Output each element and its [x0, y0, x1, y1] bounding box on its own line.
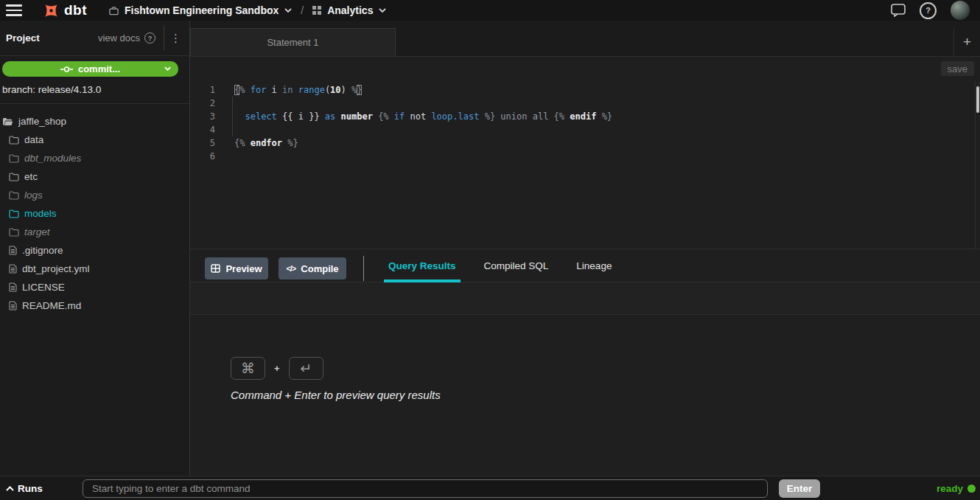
view-docs-link[interactable]: view docs ? [98, 32, 155, 44]
chat-icon[interactable] [891, 4, 906, 17]
code-editor[interactable]: 1{% for i in range(10) %}23 select {{ i … [190, 81, 980, 249]
tab-lineage[interactable]: Lineage [572, 249, 616, 282]
tree-item-label: etc [24, 171, 38, 182]
top-bar: dbt Fishtown Engineering Sandbox / [0, 0, 980, 21]
topbar-right: ? [891, 1, 970, 20]
tree-item-target[interactable]: target [0, 223, 189, 241]
tab-statement-1[interactable]: Statement 1 [190, 28, 396, 56]
code-lines: 1{% for i in range(10) %}23 select {{ i … [190, 83, 980, 163]
hamburger-menu-icon[interactable] [6, 4, 22, 16]
dbt-logo-text: dbt [64, 2, 87, 18]
file-icon [9, 246, 17, 255]
enter-key-icon: ↵ [289, 357, 323, 380]
code-line-4: 4 [190, 123, 980, 136]
tab-label: Lineage [576, 260, 612, 271]
dbt-logo-icon [42, 2, 60, 19]
sidebar-header: Project view docs ? ⋮ [0, 21, 189, 56]
tree-item-etc[interactable]: etc [0, 167, 189, 186]
folder-icon [9, 173, 19, 181]
results-action-bar: Preview </> Compile Query ResultsCompile… [190, 249, 980, 282]
tree-item-dbt_project.yml[interactable]: dbt_project.yml [0, 260, 189, 278]
tree-item-label: target [24, 226, 50, 237]
help-icon[interactable]: ? [920, 2, 937, 19]
code-line-5: 5{% endfor %} [190, 136, 980, 150]
sidebar-divider [0, 103, 189, 104]
tab-label: Query Results [388, 260, 456, 271]
account-name: Fishtown Engineering Sandbox [125, 4, 279, 16]
chevron-down-icon [379, 8, 386, 13]
tree-item-label: logs [24, 190, 43, 201]
dbt-command-input[interactable] [83, 479, 768, 498]
tree-item-README.md[interactable]: README.md [0, 296, 189, 315]
file-tree: jaffle_shopdatadbt_modulesetclogsmodelst… [0, 112, 189, 315]
new-tab-button[interactable]: + [953, 28, 980, 56]
tree-item-jaffle_shop[interactable]: jaffle_shop [0, 112, 189, 131]
folder-icon [9, 209, 19, 218]
results-panel: ⌘ + ↵ Command + Enter to preview query r… [190, 315, 980, 476]
file-icon [9, 264, 17, 274]
main-area: Statement 1 + save 1{% for i in range(10… [190, 21, 980, 476]
line-number: 6 [190, 150, 215, 163]
code-text: select {{ i }} as number {% if not loop.… [234, 110, 612, 123]
line-number: 1 [190, 83, 215, 97]
chevron-down-icon [284, 8, 292, 13]
tree-item-data[interactable]: data [0, 131, 189, 149]
preview-button[interactable]: Preview [205, 257, 268, 279]
chevron-up-icon [6, 486, 14, 491]
code-text: {% for i in range(10) %} [234, 83, 362, 97]
tree-item-LICENSE[interactable]: LICENSE [0, 278, 189, 296]
docs-help-icon: ? [144, 32, 155, 44]
folder-icon [9, 191, 19, 200]
file-icon [9, 301, 17, 310]
code-line-3: 3 select {{ i }} as number {% if not loo… [190, 110, 980, 123]
enter-button[interactable]: Enter [779, 479, 820, 498]
actionbar-divider [363, 256, 364, 281]
tree-item-label: data [24, 134, 43, 145]
compile-button[interactable]: </> Compile [279, 257, 346, 279]
tree-item-label: dbt_project.yml [22, 263, 90, 274]
tree-item-.gitignore[interactable]: .gitignore [0, 241, 189, 260]
tree-item-models[interactable]: models [0, 204, 189, 223]
briefcase-icon [109, 6, 119, 15]
tree-item-label: LICENSE [22, 282, 65, 293]
command-key-icon: ⌘ [231, 357, 265, 380]
chevron-down-icon [164, 66, 171, 71]
tree-item-label: .gitignore [22, 245, 63, 256]
dbt-logo: dbt [42, 2, 87, 19]
table-icon [211, 264, 220, 273]
shortcut-keys: ⌘ + ↵ [231, 357, 323, 380]
line-number: 4 [190, 123, 215, 136]
tree-item-label: models [24, 208, 57, 219]
account-switcher[interactable]: Fishtown Engineering Sandbox [109, 4, 292, 16]
tab-compiled-sql[interactable]: Compiled SQL [480, 249, 553, 282]
line-number: 2 [190, 97, 215, 110]
sidebar-title: Project [6, 32, 40, 44]
tree-item-label: README.md [22, 300, 81, 311]
code-line-1: 1{% for i in range(10) %} [190, 83, 980, 97]
editor-tab-bar: Statement 1 + [190, 21, 980, 57]
folder-icon [9, 154, 19, 163]
result-tabs: Query ResultsCompiled SQLLineage [384, 249, 616, 282]
commit-button[interactable]: commit... [2, 61, 178, 77]
folder-open-icon [2, 117, 13, 126]
project-name: Analytics [327, 4, 373, 16]
git-commit-icon [60, 66, 73, 73]
user-avatar[interactable] [951, 1, 970, 20]
editor-scrollbar-thumb[interactable] [976, 86, 979, 113]
code-line-6: 6 [190, 150, 980, 163]
sidebar: Project view docs ? ⋮ commit... branch: … [0, 21, 190, 476]
code-icon: </> [286, 264, 295, 273]
kebab-menu-icon[interactable]: ⋮ [170, 32, 181, 45]
results-sub-bar [190, 282, 980, 315]
commit-button-label: commit... [78, 63, 120, 74]
status-dot-icon [967, 485, 976, 493]
runs-toggle[interactable]: Runs [6, 476, 43, 500]
tree-item-dbt_modules[interactable]: dbt_modules [0, 149, 189, 167]
code-text: {% endfor %} [234, 136, 298, 150]
project-switcher[interactable]: Analytics [312, 4, 386, 16]
tree-item-logs[interactable]: logs [0, 186, 189, 204]
plus-separator: + [274, 363, 280, 374]
tab-query-results[interactable]: Query Results [384, 249, 461, 282]
save-button[interactable]: save [941, 61, 974, 76]
breadcrumb-separator: / [301, 4, 304, 16]
